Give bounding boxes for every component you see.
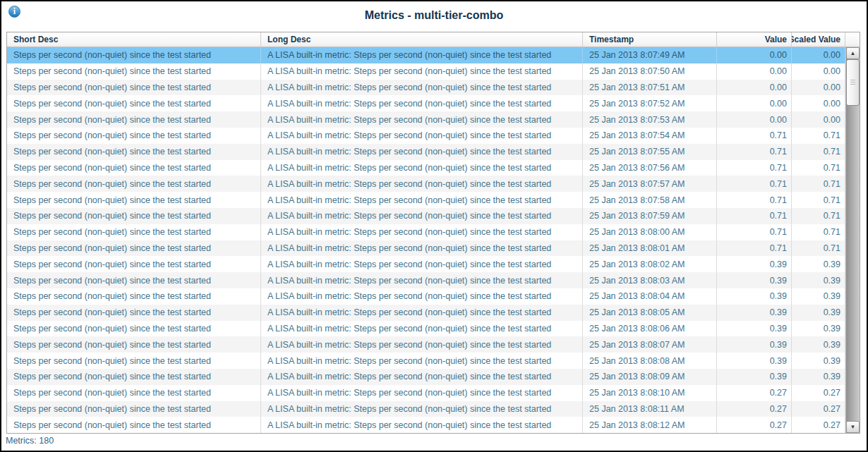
table-row[interactable]: Steps per second (non-quiet) since the t…: [7, 160, 845, 176]
table-row[interactable]: Steps per second (non-quiet) since the t…: [7, 224, 845, 240]
table-row[interactable]: Steps per second (non-quiet) since the t…: [7, 128, 845, 144]
cell-value: 0.71: [717, 160, 792, 176]
column-header-short-desc[interactable]: Short Desc: [7, 32, 261, 47]
cell-timestamp: 25 Jan 2013 8:08:07 AM: [583, 336, 717, 353]
cell-short-desc: Steps per second (non-quiet) since the t…: [7, 144, 261, 160]
table-row[interactable]: Steps per second (non-quiet) since the t…: [7, 288, 845, 305]
cell-timestamp: 25 Jan 2013 8:08:00 AM: [583, 224, 717, 240]
column-header-timestamp[interactable]: Timestamp: [583, 32, 717, 47]
cell-timestamp: 25 Jan 2013 8:07:53 AM: [583, 111, 717, 128]
table-row[interactable]: Steps per second (non-quiet) since the t…: [7, 369, 845, 385]
cell-scaled-value: 0.39: [792, 288, 845, 305]
cell-short-desc: Steps per second (non-quiet) since the t…: [7, 353, 261, 369]
cell-scaled-value: 0.00: [792, 47, 845, 63]
cell-short-desc: Steps per second (non-quiet) since the t…: [7, 192, 261, 208]
table-row[interactable]: Steps per second (non-quiet) since the t…: [7, 208, 845, 224]
cell-value: 0.39: [717, 288, 792, 305]
info-icon[interactable]: i: [8, 6, 20, 18]
cell-timestamp: 25 Jan 2013 8:08:02 AM: [583, 256, 717, 272]
table-body: Steps per second (non-quiet) since the t…: [7, 47, 845, 433]
cell-short-desc: Steps per second (non-quiet) since the t…: [7, 111, 261, 128]
cell-long-desc: A LISA built-in metric: Steps per second…: [261, 176, 583, 192]
cell-scaled-value: 0.00: [792, 111, 845, 128]
cell-short-desc: Steps per second (non-quiet) since the t…: [7, 95, 261, 111]
vertical-scrollbar[interactable]: ▲ ▼: [845, 47, 860, 433]
cell-short-desc: Steps per second (non-quiet) since the t…: [7, 176, 261, 192]
cell-timestamp: 25 Jan 2013 8:07:55 AM: [583, 144, 717, 160]
cell-scaled-value: 0.39: [792, 369, 845, 385]
table-row[interactable]: Steps per second (non-quiet) since the t…: [7, 95, 845, 111]
cell-value: 0.39: [717, 369, 792, 385]
table-row[interactable]: Steps per second (non-quiet) since the t…: [7, 144, 845, 160]
cell-timestamp: 25 Jan 2013 8:08:04 AM: [583, 288, 717, 305]
cell-value: 0.71: [717, 192, 792, 208]
cell-timestamp: 25 Jan 2013 8:07:54 AM: [583, 128, 717, 144]
scrollbar-thumb[interactable]: [846, 59, 860, 106]
cell-scaled-value: 0.00: [792, 80, 845, 96]
cell-value: 0.27: [717, 401, 792, 417]
table-row[interactable]: Steps per second (non-quiet) since the t…: [7, 111, 845, 128]
column-header-value[interactable]: Value: [717, 32, 792, 47]
cell-scaled-value: 0.39: [792, 321, 845, 337]
table-row[interactable]: Steps per second (non-quiet) since the t…: [7, 47, 845, 63]
cell-scaled-value: 0.39: [792, 336, 845, 353]
title-bar: i Metrics - multi-tier-combo: [1, 1, 867, 32]
table-row[interactable]: Steps per second (non-quiet) since the t…: [7, 272, 845, 288]
cell-timestamp: 25 Jan 2013 8:08:09 AM: [583, 369, 717, 385]
cell-value: 0.71: [717, 144, 792, 160]
cell-long-desc: A LISA built-in metric: Steps per second…: [261, 288, 583, 305]
column-header-long-desc[interactable]: Long Desc: [261, 32, 583, 47]
cell-short-desc: Steps per second (non-quiet) since the t…: [7, 336, 261, 353]
cell-timestamp: 25 Jan 2013 8:07:57 AM: [583, 176, 717, 192]
scroll-down-button[interactable]: ▼: [846, 421, 860, 433]
table-row[interactable]: Steps per second (non-quiet) since the t…: [7, 417, 845, 433]
table-row[interactable]: Steps per second (non-quiet) since the t…: [7, 401, 845, 417]
cell-long-desc: A LISA built-in metric: Steps per second…: [261, 111, 583, 128]
cell-long-desc: A LISA built-in metric: Steps per second…: [261, 192, 583, 208]
metrics-window: { "window": { "title": "Metrics - multi-…: [0, 0, 868, 452]
cell-long-desc: A LISA built-in metric: Steps per second…: [261, 144, 583, 160]
cell-scaled-value: 0.39: [792, 272, 845, 288]
column-header-scaled-value[interactable]: Scaled Value: [792, 32, 845, 47]
table-row[interactable]: Steps per second (non-quiet) since the t…: [7, 256, 845, 272]
cell-long-desc: A LISA built-in metric: Steps per second…: [261, 369, 583, 385]
cell-scaled-value: 0.39: [792, 256, 845, 272]
table-row[interactable]: Steps per second (non-quiet) since the t…: [7, 63, 845, 80]
cell-value: 0.71: [717, 224, 792, 240]
cell-short-desc: Steps per second (non-quiet) since the t…: [7, 80, 261, 96]
cell-value: 0.39: [717, 256, 792, 272]
cell-scaled-value: 0.39: [792, 305, 845, 321]
cell-scaled-value: 0.39: [792, 353, 845, 369]
cell-scaled-value: 0.71: [792, 128, 845, 144]
cell-long-desc: A LISA built-in metric: Steps per second…: [261, 401, 583, 417]
cell-timestamp: 25 Jan 2013 8:08:11 AM: [583, 401, 717, 417]
cell-timestamp: 25 Jan 2013 8:07:49 AM: [583, 47, 717, 63]
cell-timestamp: 25 Jan 2013 8:07:56 AM: [583, 160, 717, 176]
table-row[interactable]: Steps per second (non-quiet) since the t…: [7, 80, 845, 96]
cell-long-desc: A LISA built-in metric: Steps per second…: [261, 336, 583, 353]
table-row[interactable]: Steps per second (non-quiet) since the t…: [7, 240, 845, 257]
scroll-up-button[interactable]: ▲: [846, 47, 860, 59]
cell-short-desc: Steps per second (non-quiet) since the t…: [7, 208, 261, 224]
table-row[interactable]: Steps per second (non-quiet) since the t…: [7, 176, 845, 192]
table-row[interactable]: Steps per second (non-quiet) since the t…: [7, 192, 845, 208]
cell-scaled-value: 0.71: [792, 144, 845, 160]
cell-long-desc: A LISA built-in metric: Steps per second…: [261, 353, 583, 369]
table-row[interactable]: Steps per second (non-quiet) since the t…: [7, 385, 845, 401]
cell-scaled-value: 0.00: [792, 95, 845, 111]
table-row[interactable]: Steps per second (non-quiet) since the t…: [7, 336, 845, 353]
cell-short-desc: Steps per second (non-quiet) since the t…: [7, 256, 261, 272]
table-row[interactable]: Steps per second (non-quiet) since the t…: [7, 321, 845, 337]
cell-value: 0.27: [717, 417, 792, 433]
cell-short-desc: Steps per second (non-quiet) since the t…: [7, 305, 261, 321]
cell-short-desc: Steps per second (non-quiet) since the t…: [7, 63, 261, 80]
metrics-table: Short Desc Long Desc Timestamp Value Sca…: [6, 32, 860, 434]
table-row[interactable]: Steps per second (non-quiet) since the t…: [7, 305, 845, 321]
cell-value: 0.39: [717, 321, 792, 337]
cell-timestamp: 25 Jan 2013 8:08:03 AM: [583, 272, 717, 288]
cell-value: 0.71: [717, 128, 792, 144]
cell-value: 0.39: [717, 353, 792, 369]
cell-scaled-value: 0.71: [792, 160, 845, 176]
cell-long-desc: A LISA built-in metric: Steps per second…: [261, 272, 583, 288]
table-row[interactable]: Steps per second (non-quiet) since the t…: [7, 353, 845, 369]
